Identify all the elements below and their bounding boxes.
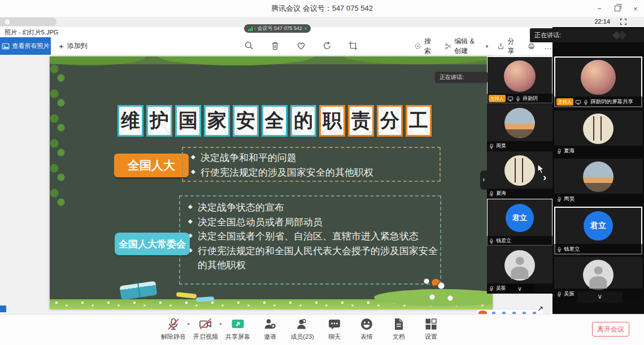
document-icon (392, 317, 406, 331)
window-title: 腾讯会议 会议号：547 075 542 (0, 0, 644, 17)
meeting-toolbar: ▲ 解除静音 ▲ 开启视频 共享屏幕 邀请 成员(23) (0, 314, 644, 345)
participant-tile[interactable]: 夏海 (554, 111, 642, 156)
share-screen-button[interactable]: 共享屏幕 (223, 317, 253, 341)
avatar (504, 155, 535, 186)
heart-icon[interactable] (296, 41, 306, 51)
signal-icon (248, 27, 253, 31)
participant-namebar: 夏海 (554, 146, 642, 156)
printer-icon[interactable] (528, 42, 535, 51)
participant-name: 夏海 (564, 147, 575, 155)
plus-icon: + (59, 41, 64, 51)
participant-tile[interactable]: 主持人 薛勋玥的屏幕共享 (554, 56, 642, 107)
participant-namebar: 主持人 薛勋玥 (487, 94, 552, 103)
participant-namebar: 钱君立 (487, 236, 552, 246)
settings-grid-icon (424, 317, 438, 331)
caret-up-icon[interactable]: ▲ (186, 321, 190, 325)
share-label: 分享 (507, 37, 519, 56)
more-icon[interactable]: … (544, 42, 552, 51)
screen-share-icon (575, 99, 581, 105)
edit-create-button[interactable]: 编辑 & 创建 ▾ (445, 37, 489, 56)
add-to-button[interactable]: + 添加到 (59, 37, 88, 55)
leave-meeting-button[interactable]: 离开会议 (592, 322, 629, 337)
title-char-tile: 工 (406, 105, 432, 137)
minimize-icon[interactable]: − (595, 5, 603, 13)
pill-dropdown-icon[interactable]: ▾ (304, 26, 307, 31)
meeting-number-pill[interactable]: 会议号 547 075 542 ▾ (244, 24, 311, 33)
zoom-icon[interactable] (244, 41, 254, 51)
ivy-decoration (50, 62, 67, 209)
crop-icon[interactable] (348, 41, 358, 51)
floating-widget[interactable] (0, 18, 56, 26)
bullet-item: 行使宪法规定的涉及国家安全的其他职权 (190, 165, 440, 180)
chalk-decoration (176, 292, 197, 299)
widget-circle-icon (4, 19, 11, 25)
mic-icon (515, 96, 521, 102)
edit-create-label: 编辑 & 创建 (454, 37, 482, 56)
avatar (583, 161, 613, 192)
participant-namebar: 周昊 (554, 194, 642, 204)
fullscreen-icon[interactable] (620, 18, 627, 25)
close-icon[interactable]: × (632, 5, 639, 13)
participant-namebar: 主持人 薛勋玥的屏幕共享 (554, 97, 642, 107)
eraser-decoration (120, 281, 158, 300)
participant-name: 吴振 (564, 290, 575, 298)
view-all-photos-button[interactable]: 查看所有照片 (0, 37, 51, 55)
slide-image: 维 护 国 家 安 全 的 职 责 分 工 全国人大 决定战争和和平的问题 行使… (50, 56, 493, 309)
scissors-icon (445, 42, 452, 51)
npc-bullets-box: 决定战争和和平的问题 行使宪法规定的涉及国家安全的其他职权 (182, 147, 441, 182)
chat-button[interactable]: 聊天 (319, 317, 350, 341)
search-button[interactable]: 搜索 (414, 37, 436, 56)
bullet-item: 行使宪法规定的和全国人民代表大会授予的涉及国家安全的其他职权 (187, 244, 440, 273)
participant-namebar: 夏海 (487, 189, 552, 198)
invite-button[interactable]: 邀请 (255, 317, 285, 341)
taskbar-peek-fragment (0, 305, 6, 312)
bullet-item: 决定全国或者个别省、自治区、直辖市进入紧急状态 (187, 229, 440, 244)
meeting-watermark-logo (609, 31, 632, 40)
host-badge: 主持人 (489, 95, 506, 102)
collapse-strip-button[interactable]: ∨ (505, 284, 534, 294)
photos-center-tools (244, 41, 358, 51)
caret-up-icon[interactable]: ▲ (219, 321, 223, 325)
title-char-tile: 的 (290, 105, 316, 137)
unmute-button[interactable]: ▲ 解除静音 (158, 317, 189, 341)
photos-toolbar: 查看所有照片 + 添加到 搜索 编辑 & 创建 ▾ 分享 (0, 37, 552, 55)
bullet-item: 决定战争状态的宣布 (187, 200, 440, 215)
participant-name: 钱君立 (496, 237, 511, 244)
rotate-icon[interactable] (322, 41, 332, 51)
collapse-strip-button[interactable]: ∨ (577, 291, 623, 303)
bullet-item: 决定战争和和平的问题 (190, 151, 440, 165)
trash-icon[interactable] (270, 41, 280, 51)
window-controls: − × (595, 0, 639, 17)
participant-tile[interactable]: 君立 钱君立 (487, 199, 552, 246)
settings-button[interactable]: 设置 (416, 317, 446, 341)
panel-collapse-tab[interactable]: › (480, 171, 487, 190)
share-button[interactable]: 分享 (497, 37, 519, 56)
dropdown-icon: ▾ (486, 43, 489, 49)
participant-tile[interactable]: 周昊 (554, 159, 642, 204)
resize-arrow-icon: ↗ (537, 304, 543, 313)
start-video-button[interactable]: ▲ 开启视频 (190, 317, 221, 341)
restore-icon[interactable] (613, 5, 621, 13)
photos-title: 照片 - 幻灯片5.JPG (5, 27, 58, 37)
share-screen-icon (231, 317, 245, 331)
participant-tile[interactable]: 周昊 (487, 104, 552, 151)
participant-name: 钱君立 (564, 246, 580, 253)
avatar: 君立 (584, 211, 613, 241)
speaking-header-label: 正在讲话: (534, 32, 561, 38)
daisies-decoration (420, 274, 459, 305)
emoji-button[interactable]: 表情 (351, 317, 382, 341)
mic-muted-icon (489, 191, 494, 196)
participant-tile[interactable]: 君立 钱君立 (554, 207, 642, 255)
camera-muted-icon (199, 317, 212, 331)
mic-muted-icon (167, 317, 180, 331)
clock: 22:14 (594, 18, 610, 25)
members-button[interactable]: 成员(23) (287, 317, 317, 341)
view-all-label: 查看所有照片 (12, 42, 50, 50)
participant-tile[interactable]: 主持人 薛勋玥 (487, 56, 552, 104)
speaking-tooltip: 正在讲话: (435, 72, 488, 83)
tree-strip (50, 56, 493, 64)
participant-name: 夏海 (496, 190, 506, 197)
docs-button[interactable]: 文档 (384, 317, 414, 341)
title-char-tile: 国 (175, 105, 201, 137)
participant-name: 薛勋玥 (523, 95, 538, 102)
